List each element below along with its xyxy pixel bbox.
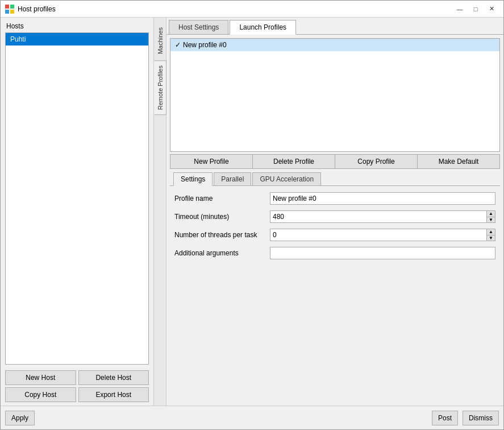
timeout-decrement[interactable]: ▼	[487, 217, 495, 223]
vtab-remote-profiles[interactable]: Remote Profiles	[154, 60, 166, 115]
timeout-spinner: ▲ ▼	[270, 210, 495, 223]
main-content: Hosts Puhti New Host Delete Host Copy Ho…	[1, 18, 503, 406]
threads-decrement[interactable]: ▼	[487, 235, 495, 241]
minimize-button[interactable]: —	[452, 4, 467, 14]
left-buttons: New Host Delete Host Copy Host Export Ho…	[1, 367, 153, 406]
post-button[interactable]: Post	[432, 411, 458, 425]
profile-name-input[interactable]	[270, 192, 495, 205]
vertical-tab-panel: Machines Remote Profiles	[154, 18, 166, 406]
threads-spinner-buttons: ▲ ▼	[486, 229, 495, 241]
export-host-button[interactable]: Export Host	[78, 387, 149, 402]
title-bar: Host profiles — □ ✕	[1, 1, 503, 18]
profile-buttons: New Profile Delete Profile Copy Profile …	[170, 154, 500, 169]
hosts-label: Hosts	[1, 18, 153, 32]
tab-settings[interactable]: Settings	[173, 172, 213, 186]
left-panel: Hosts Puhti New Host Delete Host Copy Ho…	[1, 18, 154, 406]
svg-rect-3	[10, 10, 14, 14]
threads-row: Number of threads per task ▲ ▼	[170, 226, 500, 244]
bottom-left: Apply	[5, 411, 35, 425]
threads-increment[interactable]: ▲	[487, 229, 495, 235]
vtab-machines[interactable]: Machines	[154, 22, 166, 59]
new-host-button[interactable]: New Host	[5, 370, 76, 385]
profile-list[interactable]: ✓ New profile #0	[170, 38, 500, 152]
additional-args-input[interactable]	[270, 247, 495, 259]
bottom-bar: Apply Post Dismiss	[1, 406, 503, 429]
svg-rect-0	[5, 5, 9, 9]
copy-profile-button[interactable]: Copy Profile	[335, 155, 418, 168]
tab-launch-profiles[interactable]: Launch Profiles	[230, 20, 296, 35]
settings-form: Profile name Timeout (minutes) ▲ ▼	[170, 189, 500, 403]
additional-args-row: Additional arguments	[170, 244, 500, 262]
svg-rect-2	[5, 10, 9, 14]
timeout-label: Timeout (minutes)	[174, 213, 265, 221]
profile-name-label: Profile name	[174, 195, 265, 202]
new-profile-button[interactable]: New Profile	[170, 155, 253, 168]
timeout-input[interactable]	[270, 210, 486, 223]
profile-name-row: Profile name	[170, 189, 500, 208]
make-default-button[interactable]: Make Default	[418, 155, 499, 168]
top-tab-bar: Host Settings Launch Profiles	[166, 18, 503, 35]
tab-host-settings[interactable]: Host Settings	[169, 20, 228, 34]
bottom-right: Post Dismiss	[432, 411, 499, 425]
hosts-list[interactable]: Puhti	[5, 32, 149, 365]
tab-gpu-acceleration[interactable]: GPU Acceleration	[252, 172, 321, 185]
settings-tab-bar: Settings Parallel GPU Acceleration	[170, 171, 500, 186]
right-panel: Machines Remote Profiles Host Settings L…	[154, 18, 503, 406]
host-item[interactable]: Puhti	[6, 33, 148, 46]
dismiss-button[interactable]: Dismiss	[463, 411, 499, 425]
timeout-increment[interactable]: ▲	[487, 211, 495, 217]
timeout-spinner-buttons: ▲ ▼	[486, 210, 495, 223]
window-title: Host profiles	[18, 5, 56, 13]
checkmark-icon: ✓	[175, 41, 181, 49]
title-bar-left: Host profiles	[5, 5, 56, 14]
delete-host-button[interactable]: Delete Host	[78, 370, 149, 385]
threads-spinner: ▲ ▼	[270, 229, 495, 241]
timeout-row: Timeout (minutes) ▲ ▼	[170, 208, 500, 226]
delete-profile-button[interactable]: Delete Profile	[253, 155, 335, 168]
right-content: Host Settings Launch Profiles ✓ New prof…	[166, 18, 503, 406]
copy-host-button[interactable]: Copy Host	[5, 387, 76, 402]
main-window: Host profiles — □ ✕ Hosts Puhti New Host…	[0, 0, 504, 430]
title-controls: — □ ✕	[452, 4, 499, 14]
tab-parallel[interactable]: Parallel	[214, 172, 251, 185]
close-button[interactable]: ✕	[484, 4, 499, 14]
threads-input[interactable]	[270, 229, 486, 241]
additional-args-label: Additional arguments	[174, 249, 265, 257]
apply-button[interactable]: Apply	[5, 411, 35, 425]
app-icon	[5, 5, 14, 14]
threads-label: Number of threads per task	[174, 231, 265, 239]
profile-item[interactable]: ✓ New profile #0	[170, 39, 499, 51]
maximize-button[interactable]: □	[468, 4, 483, 14]
svg-rect-1	[10, 5, 14, 9]
profile-item-label: New profile #0	[183, 41, 227, 49]
